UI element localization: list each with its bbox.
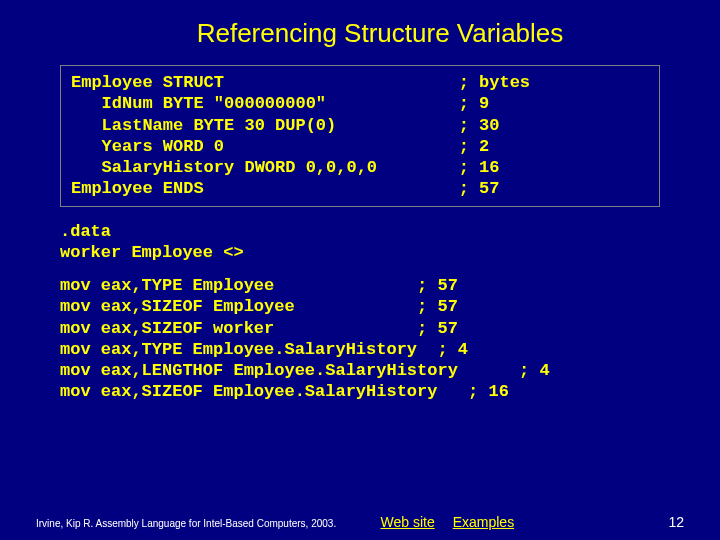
- code-line: worker Employee <>: [60, 242, 660, 263]
- code-line: Years WORD 0 ; 2: [71, 136, 649, 157]
- mov-operations-block: mov eax,TYPE Employee ; 57 mov eax,SIZEO…: [60, 275, 660, 403]
- slide-footer: Irvine, Kip R. Assembly Language for Int…: [30, 514, 690, 532]
- examples-link[interactable]: Examples: [453, 514, 514, 530]
- code-line: Employee STRUCT ; bytes: [71, 72, 649, 93]
- page-number: 12: [668, 514, 684, 530]
- code-line: SalaryHistory DWORD 0,0,0,0 ; 16: [71, 157, 649, 178]
- code-line: mov eax,LENGTHOF Employee.SalaryHistory …: [60, 360, 660, 381]
- code-line: .data: [60, 221, 660, 242]
- website-link[interactable]: Web site: [380, 514, 434, 530]
- code-line: LastName BYTE 30 DUP(0) ; 30: [71, 115, 649, 136]
- slide-title: Referencing Structure Variables: [70, 18, 690, 49]
- struct-definition-box: Employee STRUCT ; bytes IdNum BYTE "0000…: [60, 65, 660, 207]
- code-line: mov eax,SIZEOF worker ; 57: [60, 318, 660, 339]
- code-line: mov eax,TYPE Employee ; 57: [60, 275, 660, 296]
- footer-credit: Irvine, Kip R. Assembly Language for Int…: [36, 518, 336, 529]
- code-line: mov eax,SIZEOF Employee.SalaryHistory ; …: [60, 381, 660, 402]
- data-section-block: .data worker Employee <>: [60, 221, 660, 264]
- code-line: IdNum BYTE "000000000" ; 9: [71, 93, 649, 114]
- code-line: mov eax,SIZEOF Employee ; 57: [60, 296, 660, 317]
- code-line: Employee ENDS ; 57: [71, 178, 649, 199]
- code-line: mov eax,TYPE Employee.SalaryHistory ; 4: [60, 339, 660, 360]
